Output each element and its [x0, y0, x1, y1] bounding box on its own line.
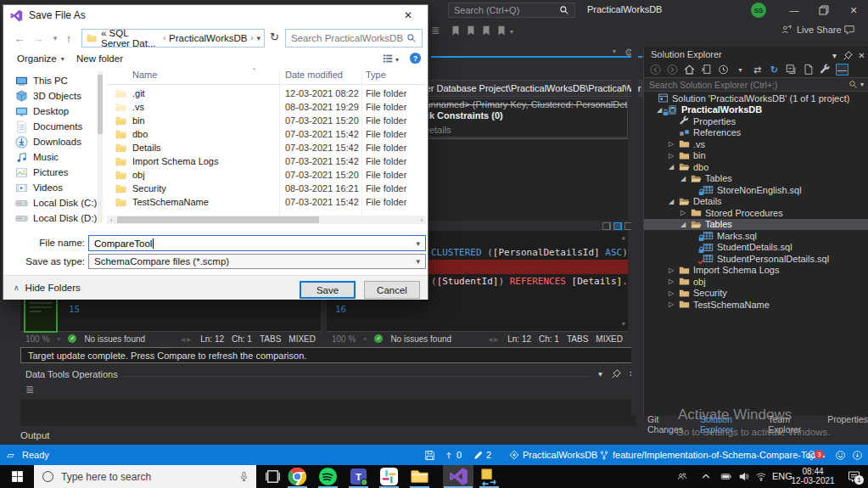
tree-item[interactable]: ◢ Details: [644, 196, 868, 208]
taskbar-search[interactable]: Type here to search: [34, 465, 256, 488]
compare-vertical-scrollbar[interactable]: [631, 48, 638, 416]
properties-wrench-icon[interactable]: [819, 64, 832, 76]
bookmark-next-icon[interactable]: [480, 25, 492, 36]
table-row[interactable]: Details 07-03-2021 15:42 File folder: [107, 141, 426, 154]
pin-icon[interactable]: [843, 50, 854, 61]
sync-with-active-document-icon[interactable]: [700, 64, 713, 76]
doc-tab-caret-icon[interactable]: ▾: [613, 48, 624, 59]
file-name-input[interactable]: CompareTool ▾: [88, 235, 426, 251]
nav-item[interactable]: Local Disk (D:): [8, 210, 97, 226]
switch-views-icon[interactable]: ⇄: [751, 64, 764, 76]
table-row[interactable]: TestSchemaName 07-03-2021 15:42 File fol…: [107, 195, 426, 209]
bookmark-icon[interactable]: [450, 25, 462, 36]
column-type[interactable]: Type: [366, 70, 386, 80]
nest-files-icon[interactable]: [785, 64, 798, 76]
new-folder-button[interactable]: New folder: [76, 53, 123, 64]
tree-item[interactable]: ▷ Import Schema Logs: [644, 265, 868, 277]
zoom-level[interactable]: 100 %: [332, 334, 356, 344]
chrome-icon[interactable]: [288, 467, 307, 486]
table-row[interactable]: .vs 08-03-2021 19:29 File folder: [107, 100, 426, 114]
filter-caret-icon[interactable]: ▾: [734, 64, 747, 76]
schema-compare-app-icon[interactable]: [479, 467, 499, 486]
tree-item[interactable]: ◢ Tables: [644, 219, 868, 231]
organize-button[interactable]: Organize ▾: [17, 53, 64, 64]
window-position-caret-icon[interactable]: ▾: [829, 50, 840, 61]
output-window-label[interactable]: Output: [20, 430, 50, 440]
issues-status[interactable]: No issues found: [390, 334, 451, 344]
start-button[interactable]: [0, 465, 34, 488]
tree-item[interactable]: References: [644, 127, 868, 139]
tabs-indicator[interactable]: TABS: [567, 334, 588, 344]
table-row[interactable]: Security 08-03-2021 16:21 File folder: [107, 182, 426, 195]
dialog-search-box[interactable]: Search PracticalWorksDB: [285, 29, 423, 48]
table-row[interactable]: obj 07-03-2021 15:20 File folder: [107, 168, 426, 182]
taskbar-clock[interactable]: 08:44 12-03-2021: [789, 467, 837, 485]
live-share-button[interactable]: Live Share: [781, 24, 842, 36]
current-repo[interactable]: PracticalWorksDB: [509, 445, 597, 465]
nav-item[interactable]: Videos: [8, 180, 97, 195]
column-indicator[interactable]: Ch: 1: [539, 334, 559, 344]
tree-item[interactable]: StoreNonEnglish.sql: [644, 184, 868, 196]
pending-changes[interactable]: 2: [473, 445, 491, 465]
refresh-icon[interactable]: ↻: [270, 31, 279, 43]
nav-item[interactable]: Local Disk (C:): [8, 195, 97, 210]
table-row[interactable]: .git 12-03-2021 08:22 File folder: [107, 87, 426, 100]
tree-item[interactable]: ◢ PracticalWorksDB: [644, 104, 868, 116]
target-database-dropdown[interactable]: Server Database Project\PracticalWorksDB…: [400, 80, 642, 97]
error-nav-icons[interactable]: ◂▸: [488, 334, 500, 344]
nav-item[interactable]: This PC: [8, 73, 97, 88]
tree-item[interactable]: ▷ Security: [644, 288, 868, 300]
feedback-icon[interactable]: [843, 24, 855, 36]
refresh-icon[interactable]: ↻: [768, 64, 781, 76]
tree-item[interactable]: ◢ dbo: [644, 161, 868, 173]
help-icon[interactable]: ?: [409, 52, 422, 65]
tree-item[interactable]: Marks.sql: [644, 230, 868, 242]
deleted-schema-item[interactable]: <unnamed> (Primary Key, Clustered: Perso…: [420, 99, 628, 109]
table-row[interactable]: dbo 07-03-2021 15:42 File folder: [107, 127, 426, 141]
forward-icon[interactable]: [666, 64, 679, 76]
scroll-left-icon[interactable]: ‹: [107, 216, 115, 224]
issues-status[interactable]: No issues found: [84, 334, 145, 344]
tree-item[interactable]: Properties: [644, 115, 868, 127]
line-indicator[interactable]: Ln: 12: [200, 334, 224, 344]
column-date[interactable]: Date modified: [285, 70, 343, 80]
scroll-down-icon[interactable]: ▼: [622, 321, 625, 328]
chevron-down-icon[interactable]: ▾: [416, 239, 420, 248]
nav-item[interactable]: Downloads: [8, 134, 97, 149]
pending-changes-filter-icon[interactable]: [717, 64, 730, 76]
column-indicator[interactable]: Ch: 1: [232, 334, 252, 344]
nav-item[interactable]: Documents: [8, 119, 97, 134]
data-tools-operations-header[interactable]: Data Tools Operations ▾ ✕: [25, 368, 638, 379]
close-icon[interactable]: ✕: [856, 50, 867, 61]
slack-icon[interactable]: [379, 467, 399, 486]
back-icon[interactable]: ←: [12, 31, 27, 46]
encoding-indicator[interactable]: MIXED: [288, 334, 316, 344]
error-nav-icons[interactable]: ◂▸: [181, 334, 193, 344]
pin-icon[interactable]: [611, 368, 622, 379]
nav-scrollbar[interactable]: [98, 71, 103, 222]
up-icon[interactable]: ↑: [61, 31, 76, 46]
file-list-horizontal-scrollbar[interactable]: ‹ ›: [107, 216, 426, 224]
scrollbar-thumb[interactable]: [117, 216, 319, 223]
task-view-icon[interactable]: [263, 467, 283, 486]
update-available-icon[interactable]: [852, 445, 863, 465]
background-tasks-icon[interactable]: ▱: [7, 445, 14, 465]
nav-item[interactable]: Pictures: [8, 165, 97, 180]
battery-icon[interactable]: [720, 471, 733, 482]
scroll-right-icon[interactable]: ›: [417, 216, 426, 224]
solution-explorer-search[interactable]: Search Solution Explorer (Ctrl+;) ▾: [644, 77, 868, 92]
inline-view-icon[interactable]: [613, 222, 622, 230]
nav-item[interactable]: Desktop: [8, 104, 97, 119]
address-bar[interactable]: « SQL Server Dat... › PracticalWorksDB ›…: [81, 29, 265, 48]
minimize-button[interactable]: —: [787, 3, 801, 17]
view-mode-icon[interactable]: [382, 53, 394, 65]
preview-selected-icon[interactable]: [802, 64, 815, 76]
save-all-icon[interactable]: [424, 445, 435, 465]
bookmark-clear-icon[interactable]: [496, 25, 507, 36]
tree-item[interactable]: ▷ bin: [644, 150, 868, 162]
save-button[interactable]: Save: [300, 281, 356, 299]
current-branch[interactable]: feature/Implementation-of-Schema-Compare…: [599, 445, 825, 465]
nav-item[interactable]: Music: [8, 149, 97, 165]
zoom-level[interactable]: 100 %: [25, 334, 49, 344]
tree-item[interactable]: ▷ .vs: [644, 138, 868, 150]
